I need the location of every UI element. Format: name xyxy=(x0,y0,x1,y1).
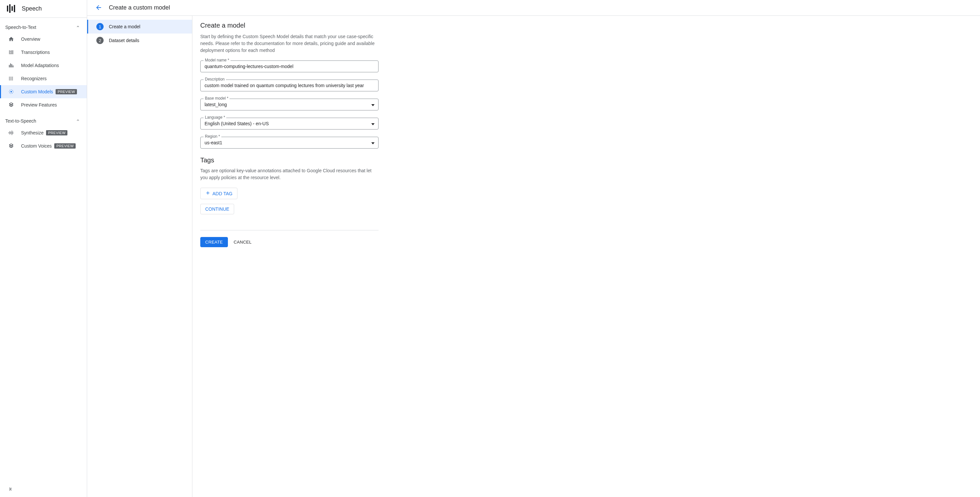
svg-rect-2 xyxy=(11,6,13,11)
svg-rect-5 xyxy=(10,64,11,67)
sidebar-item-recognizers[interactable]: Recognizers xyxy=(0,72,87,85)
step-number: 1 xyxy=(96,23,103,30)
svg-rect-10 xyxy=(9,132,10,134)
create-label: CREATE xyxy=(205,240,223,245)
region-select[interactable]: us-east1 xyxy=(200,137,379,149)
tags-heading: Tags xyxy=(200,156,379,164)
svg-rect-6 xyxy=(11,64,12,67)
nav-item-label: Transcriptions xyxy=(21,50,50,55)
language-label: Language * xyxy=(204,115,226,120)
region-label: Region * xyxy=(204,134,221,139)
tags-description: Tags are optional key-value annotations … xyxy=(200,167,379,181)
svg-rect-14 xyxy=(13,132,13,134)
step-create-model[interactable]: 1 Create a model xyxy=(87,20,192,33)
cancel-button[interactable]: CANCEL xyxy=(234,240,252,245)
form-heading: Create a model xyxy=(200,22,379,29)
nav-section-label: Text-to-Speech xyxy=(5,118,36,124)
form-panel: Create a model Start by defining the Cus… xyxy=(192,16,387,497)
custom-voices-icon xyxy=(8,143,14,149)
custom-models-icon xyxy=(8,89,14,95)
actions-row: CREATE CANCEL xyxy=(200,230,379,247)
plus-icon xyxy=(205,190,210,197)
nav-item-label: Model Adaptations xyxy=(21,63,59,68)
nav-section-label: Speech-to-Text xyxy=(5,25,36,30)
language-select[interactable]: English (United States) - en-US xyxy=(200,118,379,130)
nav-item-label: Custom Voices xyxy=(21,143,52,149)
preview-features-icon xyxy=(8,102,14,108)
nav-section-header-tts[interactable]: Text-to-Speech xyxy=(0,115,87,126)
back-arrow-button[interactable] xyxy=(95,4,102,11)
home-icon xyxy=(8,36,14,43)
content: Create a custom model 1 Create a model 2… xyxy=(87,0,980,497)
sidebar-collapse-button[interactable] xyxy=(8,486,14,493)
description-input[interactable] xyxy=(200,79,379,91)
preview-badge: PREVIEW xyxy=(54,143,76,149)
form-description: Start by defining the Custom Speech Mode… xyxy=(200,33,379,54)
model-name-label: Model name * xyxy=(204,58,231,62)
sidebar-item-overview[interactable]: Overview xyxy=(0,33,87,46)
svg-point-8 xyxy=(11,91,12,93)
field-model-name: Model name * xyxy=(200,60,379,72)
sidebar-item-synthesize[interactable]: Synthesize PREVIEW xyxy=(0,126,87,140)
field-language: Language * English (United States) - en-… xyxy=(200,118,379,130)
steps-panel: 1 Create a model 2 Dataset details xyxy=(87,16,192,497)
content-header: Create a custom model xyxy=(87,0,980,16)
svg-rect-1 xyxy=(9,4,11,13)
preview-badge: PREVIEW xyxy=(56,89,77,94)
base-model-label: Base model * xyxy=(204,96,229,101)
transcriptions-icon xyxy=(8,49,14,56)
add-tag-label: ADD TAG xyxy=(212,191,232,196)
nav-item-label: Overview xyxy=(21,37,40,42)
nav-item-label: Preview Features xyxy=(21,102,57,108)
nav-section-speech-to-text: Speech-to-Text Overview Transcriptions M… xyxy=(0,18,87,111)
svg-rect-13 xyxy=(12,130,13,135)
sidebar-item-preview-features[interactable]: Preview Features xyxy=(0,98,87,111)
svg-rect-3 xyxy=(14,5,15,12)
nav-item-label: Recognizers xyxy=(21,76,47,81)
svg-rect-4 xyxy=(9,65,10,68)
svg-rect-7 xyxy=(13,65,13,67)
sidebar-item-transcriptions[interactable]: Transcriptions xyxy=(0,46,87,59)
preview-badge: PREVIEW xyxy=(46,130,67,135)
nav-item-label: Custom Models xyxy=(21,89,53,94)
sidebar-item-custom-models[interactable]: Custom Models PREVIEW xyxy=(0,85,87,98)
field-base-model: Base model * latest_long xyxy=(200,98,379,110)
field-region: Region * us-east1 xyxy=(200,137,379,149)
step-dataset-details[interactable]: 2 Dataset details xyxy=(87,33,192,47)
page-title: Create a custom model xyxy=(109,4,170,11)
step-label: Create a model xyxy=(109,24,140,29)
sidebar-item-model-adaptations[interactable]: Model Adaptations xyxy=(0,59,87,72)
recognizers-icon xyxy=(8,75,14,82)
sidebar-item-custom-voices[interactable]: Custom Voices PREVIEW xyxy=(0,140,87,152)
step-number: 2 xyxy=(96,37,103,44)
continue-button[interactable]: CONTINUE xyxy=(200,204,234,214)
speech-logo-icon xyxy=(6,4,16,13)
svg-rect-0 xyxy=(7,6,8,11)
sidebar-title: Speech xyxy=(22,5,42,12)
cancel-label: CANCEL xyxy=(234,240,252,245)
create-button[interactable]: CREATE xyxy=(200,237,228,247)
chevron-up-icon xyxy=(76,118,80,124)
svg-rect-11 xyxy=(10,131,11,135)
nav-section-text-to-speech: Text-to-Speech Synthesize PREVIEW Custo xyxy=(0,111,87,152)
nav-item-label: Synthesize xyxy=(21,130,43,135)
step-label: Dataset details xyxy=(109,38,140,43)
model-adaptations-icon xyxy=(8,62,14,69)
continue-label: CONTINUE xyxy=(205,206,229,212)
sidebar-header: Speech xyxy=(0,0,87,18)
chevron-up-icon xyxy=(76,24,80,30)
field-description: Description xyxy=(200,79,379,91)
add-tag-button[interactable]: ADD TAG xyxy=(200,188,237,199)
nav-section-header-stt[interactable]: Speech-to-Text xyxy=(0,22,87,33)
svg-rect-12 xyxy=(11,132,11,134)
description-label: Description xyxy=(204,77,226,81)
synthesize-icon xyxy=(8,130,14,136)
sidebar: Speech Speech-to-Text Overview Transcrip… xyxy=(0,0,87,497)
